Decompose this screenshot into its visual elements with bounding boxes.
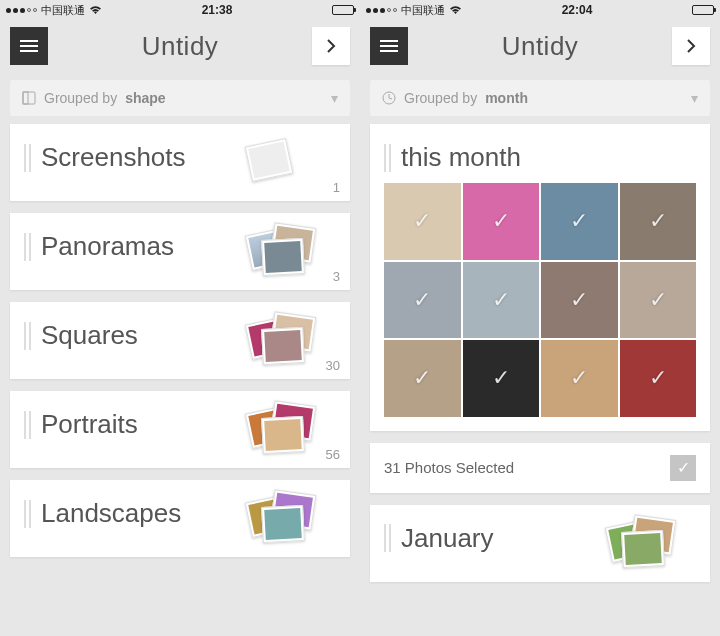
status-time: 21:38 <box>202 3 233 17</box>
check-icon: ✓ <box>413 365 431 391</box>
group-count: 30 <box>326 358 340 373</box>
thumbnail-stack <box>606 513 686 569</box>
check-icon: ✓ <box>649 208 667 234</box>
clock-icon <box>382 91 396 105</box>
nav-bar: Untidy <box>0 20 360 72</box>
selection-bar: 31 Photos Selected ✓ <box>370 443 710 493</box>
check-icon: ✓ <box>649 287 667 313</box>
group-title: Portraits <box>41 409 138 440</box>
group-landscapes[interactable]: Landscapes <box>10 480 350 557</box>
check-icon: ✓ <box>492 365 510 391</box>
groups-list: Screenshots 1 Panoramas 3 Squares <box>0 124 360 579</box>
group-squares[interactable]: Squares 30 <box>10 302 350 379</box>
photo-cell[interactable]: ✓ <box>541 262 618 339</box>
group-count: 56 <box>326 447 340 462</box>
filter-value: shape <box>125 90 165 106</box>
photo-cell[interactable]: ✓ <box>463 183 540 260</box>
group-january[interactable]: January <box>370 505 710 582</box>
next-button[interactable] <box>672 27 710 65</box>
filter-prefix: Grouped by <box>44 90 117 106</box>
check-icon: ✓ <box>492 287 510 313</box>
photo-cell[interactable]: ✓ <box>620 262 697 339</box>
drag-handle-icon <box>24 411 31 439</box>
group-this-month[interactable]: this month ✓ ✓ ✓ ✓ ✓ ✓ ✓ ✓ ✓ ✓ ✓ ✓ <box>370 124 710 431</box>
status-bar: 中国联通 21:38 <box>0 0 360 20</box>
photo-cell[interactable]: ✓ <box>384 340 461 417</box>
next-button[interactable] <box>312 27 350 65</box>
battery-icon <box>332 5 354 15</box>
photo-cell[interactable]: ✓ <box>620 183 697 260</box>
svg-rect-1 <box>23 92 28 104</box>
signal-dots-icon <box>6 8 37 13</box>
group-title: this month <box>401 142 521 173</box>
menu-button[interactable] <box>10 27 48 65</box>
app-title: Untidy <box>142 31 219 62</box>
signal-dots-icon <box>366 8 397 13</box>
photo-cell[interactable]: ✓ <box>541 183 618 260</box>
shape-icon <box>22 91 36 105</box>
photo-cell[interactable]: ✓ <box>463 340 540 417</box>
chevron-down-icon: ▾ <box>331 90 338 106</box>
battery-icon <box>692 5 714 15</box>
status-bar: 中国联通 22:04 <box>360 0 720 20</box>
check-icon: ✓ <box>570 208 588 234</box>
nav-bar: Untidy <box>360 20 720 72</box>
photo-cell[interactable]: ✓ <box>384 183 461 260</box>
selection-count: 31 Photos Selected <box>384 459 514 476</box>
screen-month-grouping: 中国联通 22:04 Untidy Grouped by month ▾ thi… <box>360 0 720 636</box>
wifi-icon <box>449 5 462 15</box>
check-icon: ✓ <box>413 208 431 234</box>
group-count: 3 <box>333 269 340 284</box>
drag-handle-icon <box>24 144 31 172</box>
carrier-label: 中国联通 <box>401 3 445 18</box>
drag-handle-icon <box>24 500 31 528</box>
group-panoramas[interactable]: Panoramas 3 <box>10 213 350 290</box>
group-title: Landscapes <box>41 498 181 529</box>
chevron-down-icon: ▾ <box>691 90 698 106</box>
group-portraits[interactable]: Portraits 56 <box>10 391 350 468</box>
chevron-right-icon <box>326 39 336 53</box>
check-icon: ✓ <box>570 365 588 391</box>
check-icon: ✓ <box>492 208 510 234</box>
group-filter[interactable]: Grouped by shape ▾ <box>10 80 350 116</box>
status-time: 22:04 <box>562 3 593 17</box>
group-title: Squares <box>41 320 138 351</box>
drag-handle-icon <box>24 322 31 350</box>
photo-cell[interactable]: ✓ <box>620 340 697 417</box>
filter-value: month <box>485 90 528 106</box>
menu-button[interactable] <box>370 27 408 65</box>
group-title: Panoramas <box>41 231 174 262</box>
photo-cell[interactable]: ✓ <box>541 340 618 417</box>
thumbnail-stack <box>246 221 326 277</box>
filter-prefix: Grouped by <box>404 90 477 106</box>
drag-handle-icon <box>384 144 391 172</box>
photo-cell[interactable]: ✓ <box>384 262 461 339</box>
app-title: Untidy <box>502 31 579 62</box>
group-title: January <box>401 523 494 554</box>
thumbnail-stack <box>246 488 326 544</box>
check-icon: ✓ <box>413 287 431 313</box>
check-icon: ✓ <box>570 287 588 313</box>
group-title: Screenshots <box>41 142 186 173</box>
thumbnail-stack <box>246 310 326 366</box>
thumbnail-stack <box>246 399 326 455</box>
groups-list: this month ✓ ✓ ✓ ✓ ✓ ✓ ✓ ✓ ✓ ✓ ✓ ✓ 31 Ph… <box>360 124 720 604</box>
drag-handle-icon <box>384 524 391 552</box>
carrier-label: 中国联通 <box>41 3 85 18</box>
check-icon: ✓ <box>649 365 667 391</box>
svg-rect-0 <box>23 92 35 104</box>
select-all-toggle[interactable]: ✓ <box>670 455 696 481</box>
group-filter[interactable]: Grouped by month ▾ <box>370 80 710 116</box>
drag-handle-icon <box>24 233 31 261</box>
chevron-right-icon <box>686 39 696 53</box>
photo-grid: ✓ ✓ ✓ ✓ ✓ ✓ ✓ ✓ ✓ ✓ ✓ ✓ <box>384 183 696 417</box>
group-screenshots[interactable]: Screenshots 1 <box>10 124 350 201</box>
thumbnail-stack <box>246 132 326 188</box>
wifi-icon <box>89 5 102 15</box>
group-count: 1 <box>333 180 340 195</box>
photo-cell[interactable]: ✓ <box>463 262 540 339</box>
screen-shape-grouping: 中国联通 21:38 Untidy Grouped by shape ▾ Scr… <box>0 0 360 636</box>
